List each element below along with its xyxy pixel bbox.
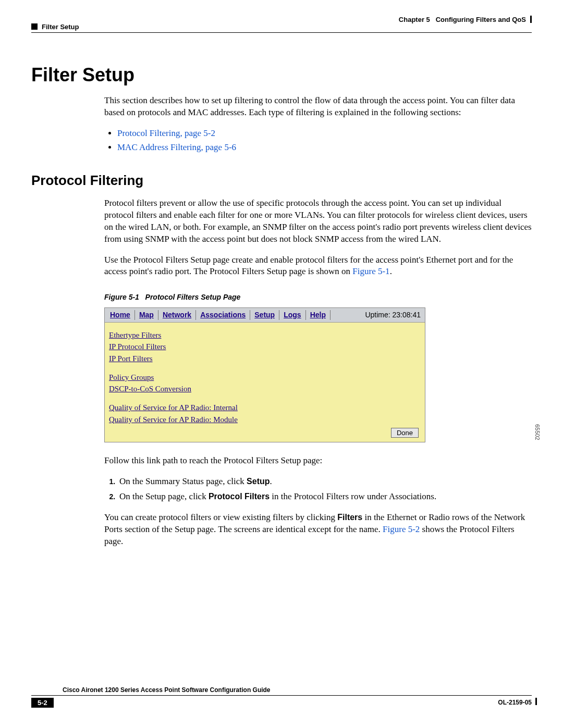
square-icon: [31, 23, 38, 30]
nav-help[interactable]: Help: [306, 310, 331, 320]
footer-doc-number: OL-2159-05: [498, 699, 532, 706]
link-ip-port-filters[interactable]: IP Port Filters: [109, 353, 153, 364]
header-bar-icon: [530, 16, 532, 23]
text: in the Protocol Filters row under Associ…: [270, 491, 436, 501]
toc-link-protocol[interactable]: Protocol Filtering, page 5-2: [117, 128, 215, 138]
bold-term: Setup: [247, 477, 270, 486]
link-dscp-cos[interactable]: DSCP-to-CoS Conversion: [109, 384, 191, 394]
toc-list: Protocol Filtering, page 5-2 MAC Address…: [104, 128, 532, 154]
text: On the Setup page, click: [119, 491, 209, 501]
chapter-title: Configuring Filters and QoS: [436, 16, 526, 23]
screenshot-body: Ethertype Filters IP Protocol Filters IP…: [105, 323, 425, 442]
text: On the Summary Status page, click: [119, 476, 247, 486]
nav-map[interactable]: Map: [135, 310, 158, 320]
section-content: Protocol filters prevent or allow the us…: [104, 198, 532, 548]
list-item: MAC Address Filtering, page 5-6: [117, 142, 532, 154]
nav-home[interactable]: Home: [109, 310, 135, 320]
screenshot-navbar: Home Map Network Associations Setup Logs…: [105, 308, 425, 323]
paragraph: Follow this link path to reach the Proto…: [104, 455, 532, 467]
intro-paragraph: This section describes how to set up fil…: [104, 95, 532, 119]
link-group: Policy Groups DSCP-to-CoS Conversion: [109, 372, 421, 396]
header-section: Filter Setup: [31, 23, 79, 31]
figure-ref-link[interactable]: Figure 5-1: [352, 266, 389, 276]
bold-term: Protocol Filters: [209, 492, 270, 501]
uptime-text: Uptime: 23:08:41: [365, 310, 421, 320]
text: .: [270, 476, 272, 486]
link-ethertype-filters[interactable]: Ethertype Filters: [109, 330, 161, 340]
screenshot: Home Map Network Associations Setup Logs…: [104, 307, 425, 442]
toc-link-mac[interactable]: MAC Address Filtering, page 5-6: [117, 142, 236, 152]
nav-network[interactable]: Network: [158, 310, 196, 320]
list-item: Protocol Filtering, page 5-2: [117, 128, 532, 140]
text: Use the Protocol Filters Setup page crea…: [104, 255, 513, 277]
done-button[interactable]: Done: [391, 428, 419, 438]
document-page: Chapter 5 Configuring Filters and QoS Fi…: [0, 0, 563, 728]
paragraph: Use the Protocol Filters Setup page crea…: [104, 254, 532, 278]
link-policy-groups[interactable]: Policy Groups: [109, 372, 154, 382]
nav-setup[interactable]: Setup: [250, 310, 279, 320]
nav-logs[interactable]: Logs: [279, 310, 305, 320]
text: You can create protocol filters or view …: [104, 512, 337, 522]
paragraph: Protocol filters prevent or allow the us…: [104, 198, 532, 245]
link-group: Ethertype Filters IP Protocol Filters IP…: [109, 330, 421, 365]
page-header: Chapter 5 Configuring Filters and QoS Fi…: [31, 16, 532, 33]
link-ip-protocol-filters[interactable]: IP Protocol Filters: [109, 341, 166, 352]
bold-term: Filters: [337, 513, 362, 522]
figure-wrap: Home Map Network Associations Setup Logs…: [104, 307, 532, 442]
figure-caption: Figure 5-1 Protocol Filters Setup Page: [104, 292, 532, 302]
figure-number: Figure 5-1: [104, 293, 139, 301]
body-content: This section describes how to set up fil…: [104, 95, 532, 154]
text: .: [390, 266, 392, 276]
page-footer: Cisco Aironet 1200 Series Access Point S…: [31, 695, 532, 713]
footer-bar-icon: [535, 698, 537, 705]
screenshot-footer: Done: [109, 427, 421, 440]
section-label: Filter Setup: [42, 23, 79, 31]
figure-ref-link[interactable]: Figure 5-2: [383, 524, 420, 534]
figure-side-number: 65502: [533, 424, 541, 440]
link-group: Quality of Service for AP Radio: Interna…: [109, 402, 421, 426]
footer-page-number: 5-2: [31, 698, 54, 708]
section-heading: Protocol Filtering: [31, 172, 532, 189]
header-chapter: Chapter 5 Configuring Filters and QoS: [399, 16, 532, 23]
chapter-number: Chapter 5: [399, 16, 430, 23]
footer-guide-title: Cisco Aironet 1200 Series Access Point S…: [63, 686, 274, 694]
link-qos-module[interactable]: Quality of Service for AP Radio: Module: [109, 414, 238, 425]
page-title: Filter Setup: [31, 64, 532, 86]
nav-associations[interactable]: Associations: [196, 310, 250, 320]
paragraph: You can create protocol filters or view …: [104, 512, 532, 548]
list-item: On the Setup page, click Protocol Filter…: [117, 491, 532, 503]
steps-list: On the Summary Status page, click Setup.…: [104, 476, 532, 503]
list-item: On the Summary Status page, click Setup.: [117, 476, 532, 488]
link-qos-internal[interactable]: Quality of Service for AP Radio: Interna…: [109, 402, 238, 413]
figure-title: Protocol Filters Setup Page: [145, 293, 241, 301]
